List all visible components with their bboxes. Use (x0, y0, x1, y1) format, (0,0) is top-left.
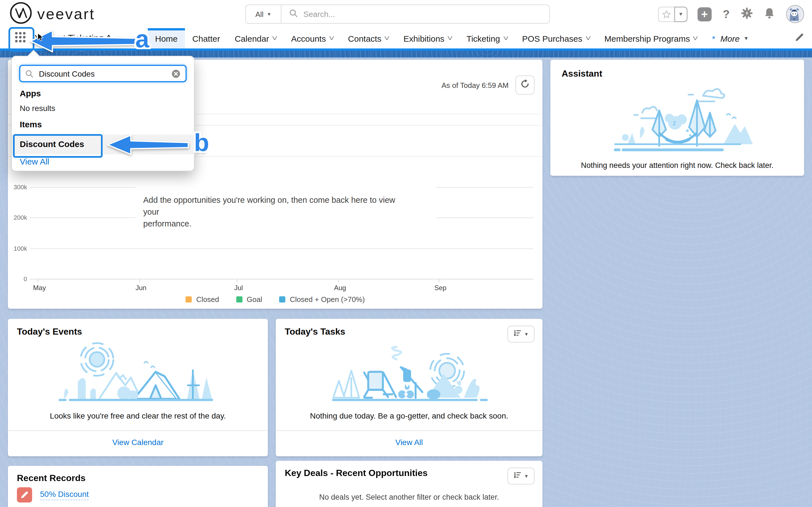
gridline (437, 217, 534, 218)
tab-membership-programs[interactable]: Membership Programsᐯ (597, 28, 705, 48)
app-launcher-search-input[interactable]: Discount Codes (19, 65, 187, 82)
tab-label: Exhibitions (403, 34, 444, 43)
x-axis-line (30, 279, 534, 279)
campfire-illustration (276, 338, 543, 409)
tab-label: Ticketing (466, 34, 500, 43)
sort-icon (513, 471, 521, 481)
veevart-wordmark: veevart (37, 5, 95, 23)
recent-record-link[interactable]: 50% Discount (40, 490, 89, 500)
view-all-link[interactable]: View All (276, 438, 543, 447)
search-scope-dropdown[interactable]: All ▼ (246, 5, 282, 23)
annotation-letter-a: a (135, 25, 149, 53)
search-input[interactable]: Search... (282, 5, 549, 23)
chevron-down-icon[interactable]: ᐯ (503, 36, 508, 41)
assistant-message: Nothing needs your attention right now. … (550, 161, 804, 170)
chevron-down-icon: ▼ (524, 332, 529, 337)
annotation-letter-b: b (194, 128, 209, 157)
legend-swatch (186, 296, 192, 302)
gridline (30, 187, 135, 187)
edit-navigation-button[interactable] (795, 33, 804, 45)
chevron-down-icon: ▼ (678, 11, 683, 17)
legend-label: Goal (247, 295, 262, 304)
discount-record-icon (17, 487, 32, 503)
tab-label: More (720, 34, 740, 43)
desktop: veevart All ▼ Search... ▼ + ? (0, 0, 812, 507)
recent-records-card: Recent Records 50% Discount (8, 466, 268, 507)
empty-message-line: performance. (143, 218, 413, 230)
bell-icon (764, 7, 775, 21)
as-of-timestamp: As of Today 6:59 AM (442, 81, 509, 89)
chevron-down-icon[interactable]: ᐯ (272, 36, 277, 41)
tab-exhibitions[interactable]: Exhibitionsᐯ (396, 28, 459, 48)
user-avatar[interactable] (786, 5, 804, 23)
legend-item-closed-open: Closed + Open (>70%) (279, 295, 365, 304)
clear-search-button[interactable] (171, 69, 181, 78)
question-mark-icon: ? (723, 8, 730, 20)
key-deals-empty-message: No deals yet. Select another filter or c… (276, 493, 543, 501)
view-calendar-link[interactable]: View Calendar (8, 438, 268, 447)
legend-swatch (236, 296, 242, 302)
chevron-down-icon: ▼ (267, 11, 271, 17)
apps-no-results: No results (20, 104, 55, 113)
tab-label: Membership Programs (605, 34, 690, 43)
tab-chatter[interactable]: Chatter (185, 28, 227, 48)
axis-tick (139, 279, 140, 282)
tab-more[interactable]: *More▼ (705, 28, 756, 48)
axis-tick (38, 279, 38, 282)
search-icon (26, 69, 33, 77)
nav-tabs: Home Chatter Calendarᐯ Accountsᐯ Contact… (148, 28, 756, 48)
key-deals-settings-button[interactable]: ▼ (507, 467, 535, 485)
gear-icon (741, 7, 753, 21)
sort-icon (513, 329, 521, 339)
tab-calendar[interactable]: Calendarᐯ (227, 28, 284, 48)
chevron-down-icon[interactable]: ᐯ (385, 36, 389, 41)
apps-section-header: Apps (20, 89, 41, 98)
todays-events-card: Today's Events (8, 319, 268, 456)
search-icon (289, 9, 298, 19)
chart-empty-message: Add the opportunities you're working on,… (143, 194, 413, 230)
x-axis-tick-label: Aug (334, 284, 346, 292)
x-axis-tick-label: May (33, 284, 46, 292)
tab-pos-purchases[interactable]: POS Purchasesᐯ (515, 28, 597, 48)
global-header: veevart All ▼ Search... ▼ + ? (0, 0, 812, 28)
tab-accounts[interactable]: Accountsᐯ (284, 28, 341, 48)
tab-label: POS Purchases (522, 34, 582, 43)
annotation-arrow-b (107, 134, 190, 156)
key-deals-title: Key Deals - Recent Opportunities (285, 468, 428, 478)
tab-ticketing[interactable]: Ticketingᐯ (459, 28, 515, 48)
todays-tasks-card: Today's Tasks ▼ (276, 319, 543, 456)
app-launcher-search-value: Discount Codes (39, 69, 171, 78)
help-button[interactable]: ? (723, 8, 730, 20)
gridline (30, 217, 135, 218)
refresh-button[interactable] (515, 75, 535, 95)
y-axis-tick-label: 300k (8, 184, 27, 190)
y-axis-tick-label: 0 (8, 276, 27, 282)
chevron-down-icon[interactable]: ᐯ (448, 36, 453, 41)
assistant-card: Assistant (550, 60, 804, 176)
tab-home[interactable]: Home (148, 28, 185, 48)
chevron-down-icon[interactable]: ᐯ (693, 36, 698, 41)
favorite-star-button[interactable] (658, 6, 674, 22)
veevart-logo: veevart (9, 2, 95, 26)
refresh-icon (520, 79, 530, 91)
tab-label: Accounts (291, 34, 326, 43)
camping-illustration (8, 338, 268, 409)
assistant-title: Assistant (562, 69, 602, 79)
favorites-menu-button[interactable]: ▼ (674, 6, 688, 22)
legend-label: Closed + Open (>70%) (290, 295, 365, 304)
tab-contacts[interactable]: Contactsᐯ (341, 28, 396, 48)
chevron-down-icon[interactable]: ▼ (744, 36, 749, 41)
tab-label: Chatter (192, 34, 220, 43)
mouse-cursor (37, 33, 44, 42)
legend-swatch (279, 296, 285, 302)
setup-button[interactable] (741, 7, 753, 21)
notifications-button[interactable] (764, 7, 775, 21)
recent-records-title: Recent Records (17, 473, 86, 483)
chevron-down-icon[interactable]: ᐯ (329, 36, 334, 41)
annotation-arrow-a (30, 29, 140, 53)
view-all-link[interactable]: View All (20, 157, 49, 166)
chevron-down-icon[interactable]: ᐯ (586, 36, 591, 41)
legend-item-closed: Closed (186, 295, 219, 304)
legend-label: Closed (196, 295, 219, 304)
quick-create-button[interactable]: + (698, 7, 712, 21)
